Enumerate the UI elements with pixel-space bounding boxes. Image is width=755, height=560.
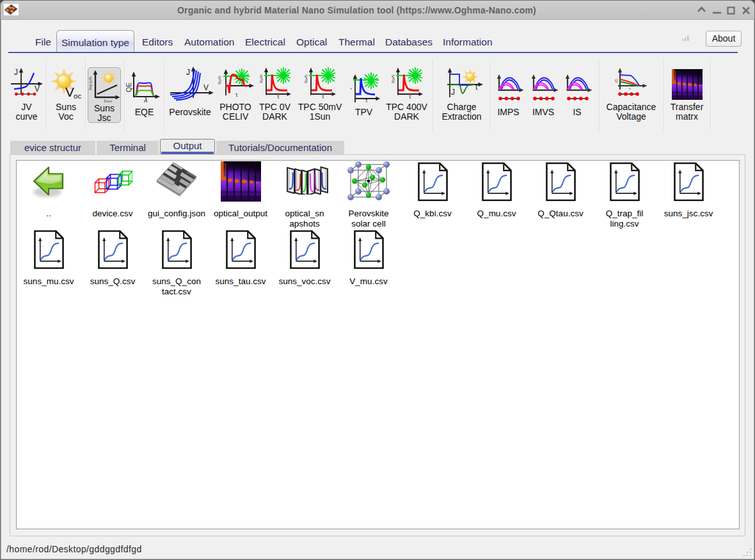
svg-text:QE: QE xyxy=(126,83,132,92)
svg-text:oc: oc xyxy=(74,92,81,100)
svg-text:|Z|: |Z| xyxy=(614,79,618,83)
svg-text:J: J xyxy=(451,88,455,97)
svg-text:λ: λ xyxy=(143,96,147,104)
svg-text:δeg (μA): δeg (μA) xyxy=(88,77,92,90)
svg-text:V: V xyxy=(203,83,209,92)
svg-text:v: v xyxy=(629,86,631,90)
svg-text:τ: τ xyxy=(235,92,238,98)
svg-text:δ(μA): δ(μA) xyxy=(218,76,221,84)
svg-text:τ: τ xyxy=(365,97,368,104)
svg-text:ν: ν xyxy=(349,88,353,90)
svg-text:J: J xyxy=(14,68,18,77)
svg-text:V: V xyxy=(35,84,40,93)
svg-text:V: V xyxy=(65,84,74,99)
svg-text:J: J xyxy=(186,68,190,77)
